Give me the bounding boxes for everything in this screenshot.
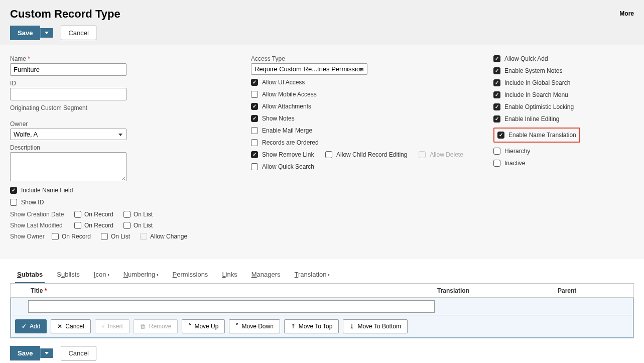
chevron-down-icon — [45, 352, 49, 354]
x-icon — [57, 323, 62, 330]
chevron-down-icon — [45, 32, 49, 34]
owner-on-record-checkbox[interactable] — [52, 233, 59, 240]
save-dropdown-button[interactable] — [40, 28, 53, 38]
col-parent-header: Parent — [553, 284, 633, 297]
modified-on-record-checkbox[interactable] — [74, 222, 81, 229]
show-last-modified-label: Show Last Modified — [10, 222, 70, 229]
id-input[interactable] — [10, 88, 126, 100]
page-title: Custom Record Type — [10, 8, 634, 21]
table-header: Title * Translation Parent — [11, 284, 633, 298]
table-actions: Add Cancel Insert Remove Move Up Move Do… — [11, 315, 633, 338]
column-2: Access Type Require Custom Re...tries Pe… — [251, 55, 473, 249]
access-type-label: Access Type — [251, 55, 473, 62]
move-down-button[interactable]: Move Down — [229, 319, 280, 333]
footer-cancel-button[interactable]: Cancel — [61, 346, 96, 360]
allow-quick-search-checkbox[interactable] — [251, 163, 258, 170]
access-type-select[interactable]: Require Custom Re...tries Permission — [251, 63, 367, 75]
enable-name-translation-highlight: Enable Name Translation — [493, 128, 580, 143]
footer-button-row: Save Cancel — [0, 338, 644, 363]
page-header: Custom Record Type More Save Cancel — [0, 0, 644, 45]
title-input[interactable] — [28, 300, 435, 313]
arrow-down-icon — [235, 323, 238, 330]
tabs-container: Subtabs Sublists Icon Numbering Permissi… — [10, 267, 634, 338]
allow-child-edit-checkbox[interactable] — [325, 151, 332, 158]
description-textarea[interactable] — [10, 152, 126, 181]
arrow-bottom-icon — [349, 323, 354, 330]
owner-label: Owner — [10, 120, 231, 128]
hierarchy-checkbox[interactable] — [493, 148, 500, 155]
save-button[interactable]: Save — [10, 26, 40, 40]
subtab-table: Title * Translation Parent Add Cancel In… — [10, 284, 634, 338]
tab-managers[interactable]: Managers — [249, 267, 283, 283]
include-name-field-checkbox[interactable] — [10, 187, 17, 194]
column-3: Allow Quick Add Enable System Notes Incl… — [493, 55, 634, 249]
col-title-header: Title * — [11, 284, 432, 297]
name-input[interactable] — [10, 63, 126, 76]
enable-name-translation-checkbox[interactable] — [497, 132, 504, 139]
include-global-search-checkbox[interactable] — [493, 79, 500, 86]
tab-links[interactable]: Links — [220, 267, 239, 283]
show-remove-link-checkbox[interactable] — [251, 151, 258, 158]
creation-on-record-checkbox[interactable] — [74, 211, 81, 218]
allow-quick-add-checkbox[interactable] — [493, 55, 500, 62]
enable-optimistic-locking-checkbox[interactable] — [493, 103, 500, 110]
allow-attachments-checkbox[interactable] — [251, 103, 258, 110]
show-notes-checkbox[interactable] — [251, 115, 258, 122]
show-id-label: Show ID — [21, 199, 44, 206]
arrow-up-icon — [188, 323, 191, 330]
tab-icon[interactable]: Icon — [92, 267, 111, 283]
tab-numbering[interactable]: Numbering — [121, 267, 161, 283]
move-bottom-button[interactable]: Move To Bottom — [343, 319, 407, 333]
tab-bar: Subtabs Sublists Icon Numbering Permissi… — [10, 267, 634, 284]
top-button-row: Save Cancel — [10, 26, 634, 40]
check-icon — [22, 323, 27, 330]
owner-select[interactable]: Wolfe, A — [10, 129, 126, 140]
id-label: ID — [10, 80, 231, 87]
enable-system-notes-checkbox[interactable] — [493, 67, 500, 74]
footer-save-button[interactable]: Save — [10, 346, 40, 360]
move-up-button[interactable]: Move Up — [182, 319, 225, 333]
inactive-checkbox[interactable] — [493, 160, 500, 167]
column-1: Name ID Originating Custom Segment Owner… — [10, 55, 231, 249]
owner-on-list-checkbox[interactable] — [101, 233, 108, 240]
plus-icon — [101, 323, 105, 330]
show-id-checkbox[interactable] — [10, 199, 17, 206]
cancel-button[interactable]: Cancel — [61, 26, 96, 40]
tab-translation[interactable]: Translation — [293, 267, 332, 283]
arrow-top-icon — [291, 323, 296, 330]
records-ordered-checkbox[interactable] — [251, 139, 258, 146]
allow-ui-access-checkbox[interactable] — [251, 79, 258, 86]
allow-mobile-access-checkbox[interactable] — [251, 91, 258, 98]
table-row-edit — [11, 298, 633, 315]
tab-permissions[interactable]: Permissions — [171, 267, 210, 283]
include-name-field-label: Include Name Field — [21, 187, 73, 194]
add-button[interactable]: Add — [15, 319, 47, 333]
move-top-button[interactable]: Move To Top — [284, 319, 339, 333]
owner-allow-change-checkbox — [140, 233, 147, 240]
originating-custom-segment-label: Originating Custom Segment — [10, 104, 231, 111]
allow-delete-checkbox — [419, 151, 426, 158]
creation-on-list-checkbox[interactable] — [123, 211, 131, 218]
row-cancel-button[interactable]: Cancel — [51, 319, 90, 333]
tab-sublists[interactable]: Sublists — [55, 267, 82, 283]
footer-save-dropdown-button[interactable] — [40, 348, 53, 358]
enable-mail-merge-checkbox[interactable] — [251, 127, 258, 134]
enable-inline-editing-checkbox[interactable] — [493, 115, 500, 123]
tab-subtabs[interactable]: Subtabs — [15, 267, 45, 283]
modified-on-list-checkbox[interactable] — [123, 222, 131, 229]
more-link[interactable]: More — [619, 10, 634, 17]
form-body: Name ID Originating Custom Segment Owner… — [0, 45, 644, 259]
insert-button: Insert — [95, 319, 130, 333]
show-creation-date-label: Show Creation Date — [10, 211, 70, 218]
trash-icon — [140, 323, 146, 330]
include-search-menu-checkbox[interactable] — [493, 91, 500, 98]
show-owner-label: Show Owner — [10, 233, 48, 240]
col-translation-header: Translation — [432, 284, 553, 297]
remove-button: Remove — [134, 319, 178, 333]
description-label: Description — [10, 144, 231, 151]
name-label: Name — [10, 55, 231, 62]
